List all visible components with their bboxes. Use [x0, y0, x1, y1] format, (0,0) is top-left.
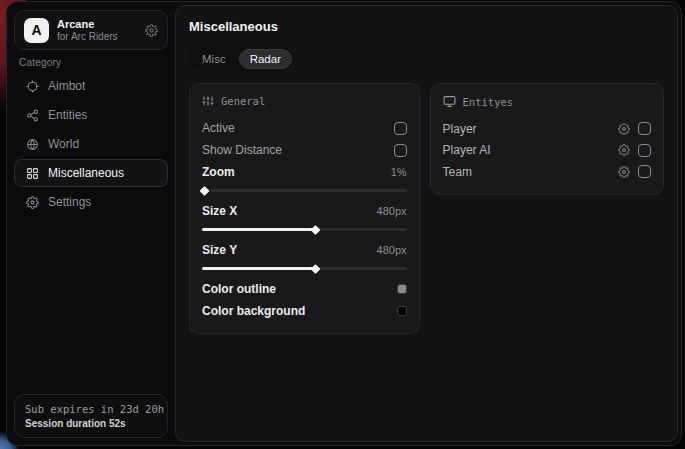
monitor-icon: [443, 95, 456, 108]
size-y-row: Size Y 480px: [202, 239, 407, 261]
player-label: Player: [443, 122, 477, 136]
sidebar-item-world[interactable]: World: [14, 130, 168, 158]
tab-radar[interactable]: Radar: [239, 49, 292, 69]
sub-expiry-text: Sub expires in 23d 20h: [25, 403, 157, 415]
show-distance-label: Show Distance: [202, 143, 282, 157]
zoom-label: Zoom: [202, 165, 235, 179]
active-label: Active: [202, 121, 235, 135]
sidebar-item-entities[interactable]: Entities: [14, 101, 168, 129]
gear-icon[interactable]: [618, 144, 630, 156]
active-row: Active: [202, 117, 407, 139]
entities-panel-header: Entityes: [443, 95, 651, 108]
color-background-row: Color background: [202, 300, 407, 322]
sidebar-item-settings[interactable]: Settings: [14, 188, 168, 216]
entities-icon: [25, 109, 39, 122]
sidebar-item-miscellaneous[interactable]: Miscellaneous: [14, 159, 168, 187]
active-checkbox[interactable]: [394, 122, 407, 135]
page-title: Miscellaneous: [189, 19, 664, 34]
sidebar-item-label: Miscellaneous: [48, 166, 124, 180]
team-label: Team: [443, 165, 472, 179]
general-panel-header: General: [202, 95, 407, 107]
sliders-icon: [202, 95, 214, 107]
general-panel-title: General: [221, 95, 265, 107]
sidebar-item-label: Settings: [48, 195, 91, 209]
size-x-slider-fill: [202, 228, 315, 231]
size-y-slider-thumb[interactable]: [310, 264, 320, 274]
sidebar-item-aimbot[interactable]: Aimbot: [14, 72, 168, 100]
sidebar-item-label: World: [48, 137, 79, 151]
color-background-label: Color background: [202, 304, 305, 318]
sidebar-nav: Aimbot Entities World Miscellaneous: [14, 72, 168, 216]
panels-row: General Active Show Distance Zoom 1%: [189, 83, 664, 334]
player-ai-checkbox[interactable]: [638, 144, 651, 157]
brand-name: Arcane: [57, 18, 137, 31]
brand-card: A Arcane for Arc Riders: [14, 10, 168, 50]
tab-misc[interactable]: Misc: [191, 49, 237, 69]
size-x-row: Size X 480px: [202, 200, 407, 222]
size-y-slider-fill: [202, 267, 315, 270]
sidebar-item-label: Aimbot: [48, 79, 85, 93]
globe-icon: [25, 138, 39, 151]
zoom-row: Zoom 1%: [202, 161, 407, 183]
gear-icon[interactable]: [145, 24, 158, 37]
sidebar-item-label: Entities: [48, 108, 87, 122]
subscription-card: Sub expires in 23d 20h Session duration …: [14, 394, 168, 438]
show-distance-checkbox[interactable]: [394, 144, 407, 157]
general-panel: General Active Show Distance Zoom 1%: [189, 83, 420, 334]
grid-icon: [25, 167, 39, 180]
brand-subtitle: for Arc Riders: [57, 31, 137, 43]
zoom-value: 1%: [391, 166, 407, 178]
size-y-value: 480px: [377, 244, 407, 256]
main-content: Miscellaneous Misc Radar General Active: [175, 5, 678, 442]
brand-logo: A: [24, 18, 49, 43]
gear-icon[interactable]: [618, 123, 630, 135]
team-checkbox[interactable]: [638, 165, 651, 178]
size-x-value: 480px: [377, 205, 407, 217]
size-y-label: Size Y: [202, 243, 237, 257]
zoom-slider-thumb[interactable]: [200, 186, 210, 196]
entities-panel: Entityes Player Player AI: [430, 83, 664, 195]
entities-panel-title: Entityes: [463, 96, 514, 108]
color-outline-swatch[interactable]: [397, 284, 407, 294]
entity-row-team: Team: [443, 161, 651, 183]
color-outline-label: Color outline: [202, 282, 276, 296]
player-ai-label: Player AI: [443, 143, 491, 157]
crosshair-icon: [25, 80, 39, 93]
player-checkbox[interactable]: [638, 122, 651, 135]
gear-icon[interactable]: [618, 166, 630, 178]
size-y-slider[interactable]: [202, 267, 407, 270]
color-background-swatch[interactable]: [397, 306, 407, 316]
size-x-slider[interactable]: [202, 228, 407, 231]
category-label: Category: [19, 57, 61, 68]
color-outline-row: Color outline: [202, 278, 407, 300]
size-x-label: Size X: [202, 204, 237, 218]
zoom-slider[interactable]: [202, 189, 407, 192]
gear-icon: [25, 196, 39, 209]
sidebar: A Arcane for Arc Riders Category Aimbot: [7, 2, 175, 445]
size-x-slider-thumb[interactable]: [310, 225, 320, 235]
brand-text: Arcane for Arc Riders: [57, 18, 137, 42]
tab-bar: Misc Radar: [189, 47, 294, 71]
session-duration-text: Session duration 52s: [25, 418, 157, 429]
app-window: A Arcane for Arc Riders Category Aimbot: [6, 1, 682, 446]
show-distance-row: Show Distance: [202, 139, 407, 161]
entity-row-player-ai: Player AI: [443, 140, 651, 162]
entity-row-player: Player: [443, 118, 651, 140]
